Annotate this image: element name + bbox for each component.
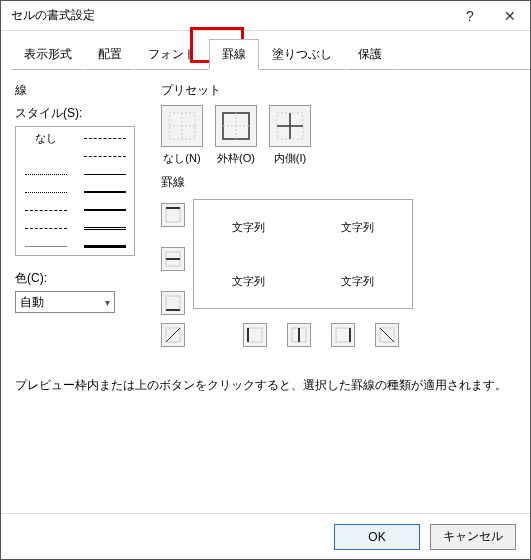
border-right-button[interactable] <box>331 323 355 347</box>
preview-cell: 文字列 <box>341 220 374 235</box>
preset-inside-button[interactable] <box>269 105 311 147</box>
line-color-value: 自動 <box>20 294 44 311</box>
tab-protection[interactable]: 保護 <box>345 39 395 70</box>
line-style-opt[interactable] <box>79 221 130 235</box>
border-mid-v-icon <box>291 327 307 343</box>
window-title: セルの書式設定 <box>11 7 450 24</box>
border-diag-up-button[interactable] <box>161 323 185 347</box>
tab-display-format[interactable]: 表示形式 <box>11 39 85 70</box>
preset-inside-icon <box>275 111 305 141</box>
preset-inside-label: 内側(I) <box>274 151 306 166</box>
border-top-icon <box>165 207 181 223</box>
preset-outline-label: 外枠(O) <box>217 151 255 166</box>
border-diag-down-button[interactable] <box>375 323 399 347</box>
preset-section-label: プリセット <box>161 82 516 99</box>
preset-row: なし(N) 外枠(O) 内側(I) <box>161 105 516 166</box>
line-style-opt[interactable] <box>20 185 71 199</box>
chevron-down-icon: ▾ <box>105 297 110 308</box>
ok-button[interactable]: OK <box>334 524 420 550</box>
line-style-opt[interactable] <box>79 239 130 253</box>
preset-none-button[interactable] <box>161 105 203 147</box>
line-section-label: 線 <box>15 82 143 99</box>
tab-border[interactable]: 罫線 <box>209 39 259 70</box>
line-style-opt[interactable] <box>79 167 130 181</box>
help-button[interactable]: ? <box>450 1 490 31</box>
tab-alignment[interactable]: 配置 <box>85 39 135 70</box>
tab-filler <box>395 39 530 70</box>
svg-rect-9 <box>166 208 180 222</box>
border-bottom-icon <box>165 295 181 311</box>
preset-none-icon <box>167 111 197 141</box>
border-bottom-button[interactable] <box>161 291 185 315</box>
border-mid-h-icon <box>165 251 181 267</box>
line-color-select[interactable]: 自動 ▾ <box>15 291 115 313</box>
close-button[interactable]: ✕ <box>490 1 530 31</box>
preview-cell: 文字列 <box>232 220 265 235</box>
line-color-label: 色(C): <box>15 270 143 287</box>
line-style-opt[interactable] <box>20 203 71 217</box>
line-style-label: スタイル(S): <box>15 105 143 122</box>
line-style-opt[interactable] <box>79 149 130 163</box>
tab-font[interactable]: フォント <box>135 39 209 70</box>
border-left-button[interactable] <box>243 323 267 347</box>
line-style-opt[interactable] <box>79 131 130 145</box>
border-left-icon <box>247 327 263 343</box>
line-style-none[interactable]: なし <box>20 131 71 145</box>
border-diag-down-icon <box>379 327 395 343</box>
border-section-label: 罫線 <box>161 174 516 191</box>
cancel-button[interactable]: キャンセル <box>430 524 516 550</box>
instruction-text: プレビュー枠内または上のボタンをクリックすると、選択した罫線の種類が適用されます… <box>15 377 516 394</box>
preset-outline-icon <box>221 111 251 141</box>
svg-line-24 <box>380 328 394 342</box>
svg-rect-13 <box>166 296 180 310</box>
preview-cell: 文字列 <box>341 274 374 289</box>
line-style-opt[interactable] <box>79 185 130 199</box>
preview-cell: 文字列 <box>232 274 265 289</box>
border-top-button[interactable] <box>161 203 185 227</box>
line-style-opt[interactable] <box>20 149 71 163</box>
preset-outline-button[interactable] <box>215 105 257 147</box>
tab-fill[interactable]: 塗りつぶし <box>259 39 345 70</box>
dialog-window: セルの書式設定 ? ✕ 表示形式 配置 フォント 罫線 塗りつぶし 保護 線 ス… <box>0 0 531 560</box>
preset-none-label: なし(N) <box>163 151 200 166</box>
border-right-icon <box>335 327 351 343</box>
footer: OK キャンセル <box>1 513 530 559</box>
line-style-list[interactable]: なし <box>15 126 135 256</box>
titlebar: セルの書式設定 ? ✕ <box>1 1 530 31</box>
line-style-opt[interactable] <box>20 239 71 253</box>
line-style-opt[interactable] <box>20 221 71 235</box>
border-diag-up-icon <box>165 327 181 343</box>
svg-rect-21 <box>336 328 350 342</box>
line-style-opt[interactable] <box>20 167 71 181</box>
dialog-body: 線 スタイル(S): なし <box>1 70 530 513</box>
line-style-opt[interactable] <box>79 203 130 217</box>
tab-bar: 表示形式 配置 フォント 罫線 塗りつぶし 保護 <box>1 39 530 70</box>
border-mid-v-button[interactable] <box>287 323 311 347</box>
svg-rect-17 <box>248 328 262 342</box>
border-mid-h-button[interactable] <box>161 247 185 271</box>
svg-line-16 <box>166 328 180 342</box>
border-preview[interactable]: 文字列 文字列 文字列 文字列 <box>193 199 413 309</box>
